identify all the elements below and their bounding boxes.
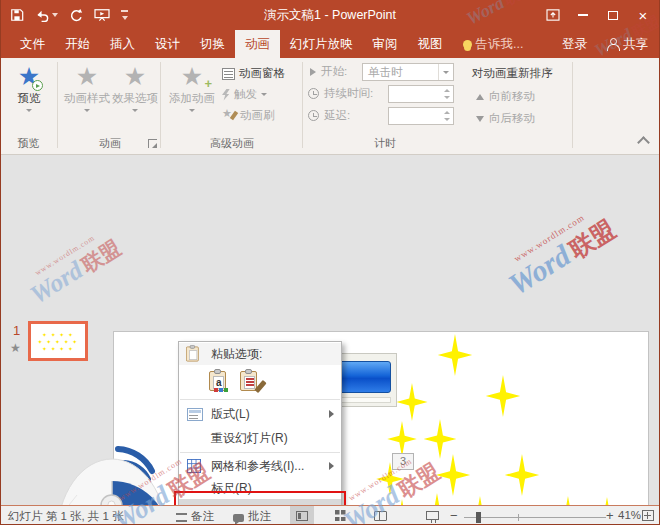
move-earlier-label: 向前移动 <box>489 89 535 104</box>
delay-label: 延迟: <box>324 108 350 123</box>
sign-in-button[interactable]: 登录 <box>550 30 599 58</box>
start-combobox[interactable]: 单击时 <box>362 63 454 81</box>
group-label-advanced: 高级动画 <box>162 136 302 151</box>
tell-me-box[interactable]: 告诉我... <box>453 30 534 58</box>
animation-styles-caret <box>84 109 90 112</box>
grid-icon <box>187 459 201 473</box>
tab-design[interactable]: 设计 <box>145 30 190 58</box>
person-icon <box>607 38 618 50</box>
delay-row: 延迟: <box>308 108 350 123</box>
reorder-header: 对动画重新排序 <box>472 66 553 81</box>
paste-picture-button[interactable] <box>240 369 262 393</box>
notes-button[interactable]: 备注 <box>176 509 214 524</box>
tab-insert[interactable]: 插入 <box>100 30 145 58</box>
window-controls: × <box>538 0 658 30</box>
blue-color-swatch <box>339 361 391 393</box>
color-panel-strip <box>339 397 391 403</box>
status-bar: 幻灯片 第 1 张, 共 1 张 备注 批注 − + 41% <box>0 505 660 525</box>
paste-keep-text-button[interactable]: a <box>209 369 231 393</box>
comments-button[interactable]: 批注 <box>233 509 271 524</box>
add-animation-caret <box>189 109 195 112</box>
share-label: 共享 <box>623 36 648 53</box>
play-badge-icon <box>32 80 43 91</box>
slide-sorter-icon <box>335 510 346 521</box>
menu-item-label: 重设幻灯片(R) <box>211 430 288 447</box>
slide-sorter-view-button[interactable] <box>328 506 352 525</box>
zoom-in-button[interactable]: + <box>606 508 614 523</box>
tab-slideshow[interactable]: 幻灯片放映 <box>280 30 363 58</box>
close-button[interactable]: × <box>628 0 658 30</box>
add-animation-label: 添加动画 <box>169 91 215 106</box>
move-earlier-button[interactable]: 向前移动 <box>476 89 535 104</box>
lightning-bolt-icon <box>222 89 230 101</box>
workspace: 1 ★ ✦ ✦ ✦ ✦ ✦ ✦ ✦ ✦ ✦ ✦ ✦ ✦ ✦ 3 1 自动(A) <box>0 155 660 505</box>
menu-item-layout[interactable]: 版式(L) <box>179 402 341 426</box>
reading-view-button[interactable] <box>368 506 392 525</box>
tab-review[interactable]: 审阅 <box>363 30 408 58</box>
color-preview-panel <box>333 353 397 407</box>
animation-styles-label: 动画样式 <box>64 91 110 106</box>
thumbnail-sparkles: ✦ ✦ ✦ ✦ ✦ ✦ ✦ ✦ ✦ ✦ ✦ ✦ ✦ <box>31 324 85 353</box>
start-icon <box>310 68 316 76</box>
effect-options-label: 效果选项 <box>112 91 158 106</box>
tab-transitions[interactable]: 切换 <box>190 30 235 58</box>
paste-options-header: 粘贴选项: <box>179 343 341 365</box>
reading-view-icon <box>374 511 387 521</box>
slide-info: 幻灯片 第 1 张, 共 1 张 <box>8 509 124 524</box>
tell-me-label: 告诉我... <box>476 36 524 53</box>
zoom-slider-track[interactable] <box>464 517 606 518</box>
ribbon: ★ 预览 预览 ★ 动画样式 ★ 效果选项 动画 ★ + 添加动画 动画窗格 触… <box>0 58 660 155</box>
minimize-icon <box>578 14 588 16</box>
preview-button[interactable]: ★ 预览 <box>5 62 53 132</box>
collapse-ribbon-chevron-icon[interactable] <box>637 136 650 149</box>
clipboard-icon <box>186 345 203 363</box>
animation-painter-button[interactable]: 动画刷 <box>222 106 275 125</box>
tab-file[interactable]: 文件 <box>10 30 55 58</box>
menu-item-reset-slide[interactable]: 重设幻灯片(R) <box>179 426 341 450</box>
tab-home[interactable]: 开始 <box>55 30 100 58</box>
add-animation-button[interactable]: ★ + 添加动画 <box>166 62 218 132</box>
start-combo-caret[interactable] <box>438 64 453 80</box>
trigger-label: 触发 <box>234 87 257 102</box>
duration-row: 持续时间: <box>308 86 373 101</box>
animation-styles-button[interactable]: ★ 动画样式 <box>63 62 111 132</box>
plus-badge-icon: + <box>204 76 212 91</box>
fit-to-window-icon[interactable] <box>642 510 654 521</box>
delay-clock-icon <box>308 110 319 121</box>
effect-options-button[interactable]: ★ 效果选项 <box>111 62 159 132</box>
tab-view[interactable]: 视图 <box>408 30 453 58</box>
zoom-out-button[interactable]: − <box>450 508 458 523</box>
paste-options-label: 粘贴选项: <box>211 346 262 363</box>
minimize-button[interactable] <box>568 0 598 30</box>
slide-thumbnail[interactable]: ✦ ✦ ✦ ✦ ✦ ✦ ✦ ✦ ✦ ✦ ✦ ✦ ✦ <box>28 321 88 361</box>
submenu-arrow-icon <box>329 462 334 470</box>
title-bar: 演示文稿1 - PowerPoint × <box>0 0 660 30</box>
slideshow-view-button[interactable] <box>420 506 444 525</box>
normal-view-icon <box>296 511 308 521</box>
maximize-button[interactable] <box>598 0 628 30</box>
normal-view-button[interactable] <box>290 506 314 525</box>
menu-item-label: 版式(L) <box>211 406 250 423</box>
ribbon-display-options-button[interactable] <box>538 0 568 30</box>
animation-pane-button[interactable]: 动画窗格 <box>222 64 285 83</box>
duration-clock-icon <box>308 88 319 99</box>
animation-painter-label: 动画刷 <box>240 108 275 123</box>
tab-animations[interactable]: 动画 <box>235 30 280 58</box>
delay-spinner[interactable] <box>388 107 454 125</box>
ribbon-tabs: 文件开始插入设计切换动画幻灯片放映审阅视图 <box>10 30 453 58</box>
group-label-animation: 动画 <box>60 136 160 151</box>
trigger-button[interactable]: 触发 <box>222 85 267 104</box>
close-icon: × <box>639 8 648 23</box>
move-later-button[interactable]: 向后移动 <box>476 111 535 126</box>
share-button[interactable]: 共享 <box>599 30 660 58</box>
duration-spinner[interactable] <box>388 85 454 103</box>
zoom-slider-thumb[interactable] <box>476 512 481 523</box>
animation-pane-icon <box>222 68 235 80</box>
menu-item-grid-guides[interactable]: 网格和参考线(I)... <box>179 455 341 477</box>
preview-caret <box>26 109 32 112</box>
preview-label: 预览 <box>18 91 41 106</box>
animation-dialog-launcher[interactable] <box>148 139 157 148</box>
zoom-percentage[interactable]: 41% <box>618 509 641 521</box>
zoom-slider-midpoint-tick <box>518 514 519 521</box>
submenu-arrow-icon <box>329 410 334 418</box>
